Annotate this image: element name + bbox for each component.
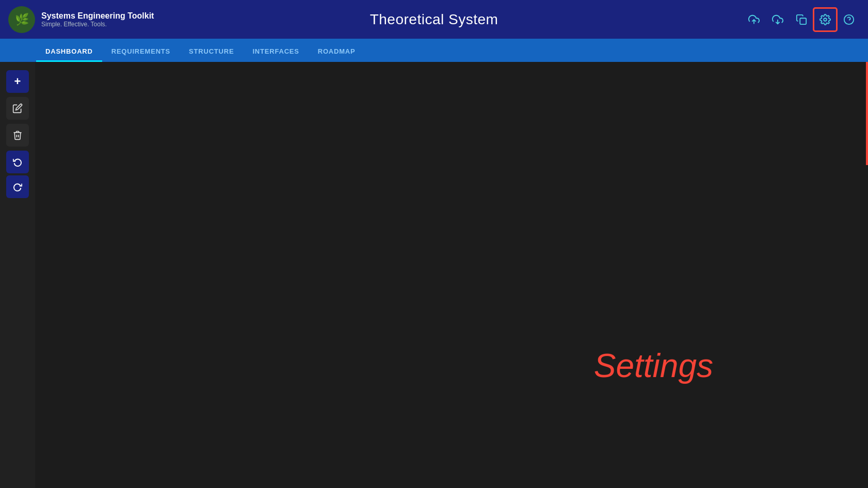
tab-requirements[interactable]: REQUIREMENTS — [102, 42, 180, 62]
help-icon — [843, 14, 855, 25]
brand-subtitle: Simple. Effective. Tools. — [41, 21, 154, 28]
duplicate-button[interactable] — [791, 9, 812, 30]
tab-interfaces[interactable]: INTERFACES — [243, 42, 308, 62]
redo-button[interactable] — [6, 175, 29, 198]
svg-point-3 — [824, 18, 827, 21]
redo-icon — [13, 182, 22, 191]
header: 🌿 Systems Engineering Toolkit Simple. Ef… — [0, 0, 868, 39]
settings-label: Settings — [594, 347, 713, 385]
brand-info: Systems Engineering Toolkit Simple. Effe… — [41, 11, 154, 28]
settings-border-indicator — [866, 62, 868, 165]
duplicate-icon — [796, 14, 807, 25]
header-actions — [743, 9, 860, 30]
edit-button[interactable] — [6, 97, 29, 120]
download-button[interactable] — [767, 9, 789, 30]
add-button[interactable]: + — [6, 70, 29, 93]
add-icon: + — [14, 75, 21, 88]
settings-icon — [819, 14, 831, 25]
logo-emoji: 🌿 — [15, 13, 29, 26]
delete-button[interactable] — [6, 124, 29, 147]
undo-button[interactable] — [6, 151, 29, 173]
main-layout: + — [0, 62, 868, 488]
main-content: Settings — [35, 62, 868, 488]
undo-redo-group — [6, 151, 29, 198]
svg-rect-2 — [800, 18, 806, 24]
tab-dashboard[interactable]: DASHBOARD — [36, 42, 102, 62]
system-title: Theoretical System — [370, 11, 499, 27]
tab-roadmap[interactable]: ROADMAP — [309, 42, 365, 62]
help-button[interactable] — [838, 9, 860, 30]
settings-button[interactable] — [814, 9, 836, 30]
header-center: Theoretical System — [370, 11, 499, 28]
app-logo: 🌿 — [8, 6, 35, 33]
upload-button[interactable] — [743, 9, 765, 30]
nav-bar: DASHBOARD REQUIREMENTS STRUCTURE INTERFA… — [0, 39, 868, 62]
undo-icon — [13, 157, 22, 167]
tab-structure[interactable]: STRUCTURE — [180, 42, 243, 62]
trash-icon — [12, 130, 23, 140]
download-icon — [772, 14, 783, 25]
upload-icon — [748, 14, 760, 25]
pencil-icon — [12, 103, 23, 113]
brand-title: Systems Engineering Toolkit — [41, 11, 154, 21]
left-sidebar: + — [0, 62, 35, 488]
